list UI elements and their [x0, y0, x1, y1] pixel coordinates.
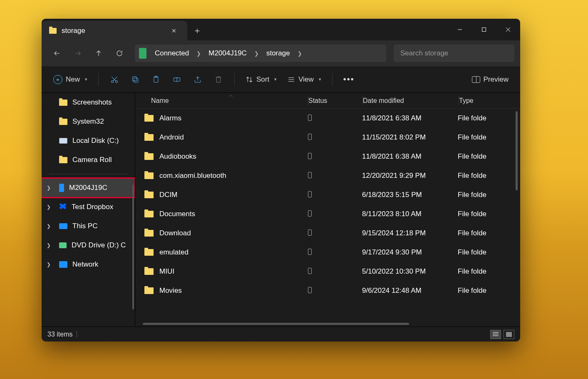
- row-type: File folde: [458, 114, 520, 122]
- phone-icon: [308, 268, 312, 274]
- horizontal-scrollbar[interactable]: [143, 323, 409, 325]
- chevron-right-icon[interactable]: ❯: [47, 242, 51, 248]
- up-button[interactable]: [89, 45, 108, 62]
- cut-button[interactable]: [105, 71, 124, 88]
- chevron-right-icon: ❯: [295, 50, 305, 57]
- column-status[interactable]: Status: [308, 97, 362, 105]
- statusbar: 33 items: [42, 327, 520, 342]
- table-row[interactable]: Download9/15/2024 12:18 PMFile folde: [135, 224, 520, 243]
- search-input[interactable]: Search storage: [394, 45, 514, 62]
- row-type: File folde: [458, 267, 520, 276]
- minimize-button[interactable]: [448, 19, 472, 40]
- breadcrumb-seg-2[interactable]: M2004J19C: [205, 47, 250, 59]
- device-icon: [139, 48, 146, 59]
- back-button[interactable]: [47, 45, 67, 62]
- sidebar-scrollbar[interactable]: [132, 185, 134, 309]
- column-name[interactable]: Name: [135, 97, 308, 105]
- chevron-down-icon: ▾: [274, 77, 277, 82]
- folder-icon: [144, 211, 154, 217]
- maximize-button[interactable]: [472, 19, 496, 40]
- table-row[interactable]: DCIM6/18/2023 5:15 PMFile folde: [135, 185, 520, 204]
- chevron-right-icon[interactable]: ❯: [47, 262, 51, 267]
- sidebar-item-this-pc[interactable]: ❯This PC: [42, 217, 135, 236]
- row-status: [308, 172, 362, 180]
- row-name: DCIM: [159, 191, 308, 199]
- sidebar-label: Local Disk (C:): [72, 137, 119, 145]
- sidebar-item-system32[interactable]: System32: [42, 112, 135, 131]
- row-status: [308, 134, 362, 141]
- sort-label: Sort: [256, 75, 269, 84]
- sidebar-item-local-disk-c[interactable]: Local Disk (C:): [42, 131, 135, 150]
- icons-view-button[interactable]: [504, 330, 514, 339]
- row-status: [308, 191, 362, 199]
- table-row[interactable]: com.xiaomi.bluetooth12/20/2021 9:29 PMFi…: [135, 166, 520, 185]
- column-date[interactable]: Date modified: [363, 97, 459, 105]
- more-button[interactable]: •••: [339, 71, 359, 88]
- row-status: [308, 249, 362, 256]
- body: Screenshots System32 Local Disk (C:) Cam…: [42, 93, 520, 327]
- table-row[interactable]: Documents8/11/2023 8:10 AMFile folde: [135, 204, 520, 224]
- row-name: MIUI: [159, 267, 308, 276]
- folder-icon: [144, 249, 154, 256]
- folder-icon: [144, 230, 154, 237]
- phone-icon: [308, 210, 312, 217]
- close-tab-button[interactable]: ✕: [168, 27, 180, 34]
- preview-button[interactable]: Preview: [468, 71, 513, 88]
- table-row[interactable]: MIUI5/10/2022 10:30 PMFile folde: [135, 262, 520, 281]
- sidebar-item-dvd-drive[interactable]: ❯DVD Drive (D:) C: [42, 236, 135, 255]
- view-button[interactable]: View ▾: [283, 71, 325, 88]
- sidebar-label: Test Dropbox: [72, 203, 113, 211]
- row-date: 9/17/2024 9:30 PM: [362, 248, 458, 257]
- paste-button[interactable]: [147, 71, 165, 88]
- row-name: com.xiaomi.bluetooth: [159, 172, 308, 180]
- breadcrumb-seg-1[interactable]: Connected: [151, 47, 192, 59]
- tab-title: storage: [62, 27, 163, 35]
- column-type[interactable]: Type: [459, 97, 520, 105]
- toolbar: + New ▾ Sort ▾ View ▾ ••• Preview: [42, 66, 520, 93]
- file-list: ︿ Name Status Date modified Type Alarms1…: [135, 93, 520, 327]
- row-type: File folde: [458, 172, 520, 180]
- new-button[interactable]: + New ▾: [49, 71, 92, 88]
- table-row[interactable]: Android11/15/2021 8:02 PMFile folde: [135, 128, 520, 147]
- file-explorer-window: storage ✕ ＋ Connected ❯ M2004J19C ❯ stor…: [42, 19, 520, 342]
- sort-button[interactable]: Sort ▾: [241, 71, 281, 88]
- details-view-button[interactable]: [490, 330, 501, 339]
- chevron-right-icon[interactable]: ❯: [47, 204, 51, 210]
- row-status: [308, 229, 362, 237]
- rename-button[interactable]: [168, 71, 186, 88]
- sidebar-label: Screenshots: [72, 98, 112, 107]
- row-name: Audiobooks: [159, 152, 308, 161]
- row-status: [308, 268, 362, 275]
- refresh-button[interactable]: [110, 45, 129, 62]
- forward-button[interactable]: [68, 45, 87, 62]
- chevron-down-icon: ▾: [319, 77, 321, 82]
- table-row[interactable]: Audiobooks11/8/2021 6:38 AMFile folde: [135, 147, 520, 166]
- row-type: File folde: [458, 229, 520, 237]
- copy-button[interactable]: [126, 71, 144, 88]
- sidebar-item-m2004j19c[interactable]: ❯M2004J19C: [42, 178, 135, 197]
- tab-storage[interactable]: storage ✕: [42, 21, 187, 40]
- search-placeholder: Search storage: [400, 49, 448, 57]
- breadcrumb[interactable]: Connected ❯ M2004J19C ❯ storage ❯: [135, 45, 386, 62]
- delete-button[interactable]: [209, 71, 228, 88]
- table-row[interactable]: emulated9/17/2024 9:30 PMFile folde: [135, 243, 520, 262]
- breadcrumb-seg-3[interactable]: storage: [263, 47, 293, 59]
- sidebar-item-network[interactable]: ❯Network: [42, 255, 135, 274]
- share-button[interactable]: [189, 71, 207, 88]
- sidebar-item-screenshots[interactable]: Screenshots: [42, 93, 135, 112]
- row-type: File folde: [458, 287, 520, 295]
- new-tab-button[interactable]: ＋: [187, 21, 207, 40]
- phone-icon: [308, 287, 312, 293]
- chevron-right-icon[interactable]: ❯: [47, 223, 51, 229]
- folder-icon: [144, 172, 154, 179]
- vertical-scrollbar[interactable]: [516, 111, 518, 190]
- row-name: Documents: [159, 210, 308, 218]
- table-row[interactable]: Alarms11/8/2021 6:38 AMFile folde: [135, 109, 520, 128]
- sidebar-item-camera-roll[interactable]: Camera Roll: [42, 150, 135, 170]
- table-row[interactable]: Movies9/6/2024 12:48 AMFile folde: [135, 281, 520, 300]
- row-date: 8/11/2023 8:10 AM: [362, 210, 458, 218]
- close-window-button[interactable]: [496, 19, 520, 40]
- sidebar-item-test-dropbox[interactable]: ❯Test Dropbox: [42, 197, 135, 217]
- row-date: 11/8/2021 6:38 AM: [362, 114, 458, 122]
- chevron-right-icon[interactable]: ❯: [47, 185, 51, 191]
